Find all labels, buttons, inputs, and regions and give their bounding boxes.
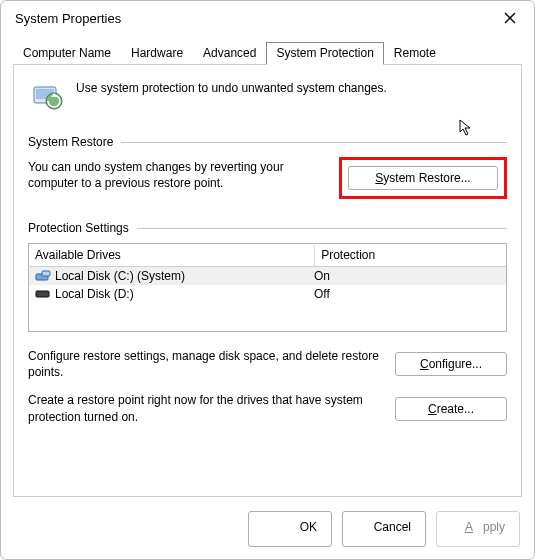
system-properties-window: System Properties Computer Name Hardware… <box>0 0 535 560</box>
drive-name: Local Disk (D:) <box>55 287 134 301</box>
drive-protection: On <box>314 269 500 283</box>
dialog-footer: OK Cancel Apply <box>1 503 534 559</box>
tab-computer-name[interactable]: Computer Name <box>13 42 121 65</box>
table-row[interactable]: Local Disk (D:) Off <box>29 285 506 303</box>
titlebar: System Properties <box>1 1 534 33</box>
cursor-icon <box>459 119 473 137</box>
system-restore-text: You can undo system changes by reverting… <box>28 157 329 191</box>
svg-rect-8 <box>36 291 49 297</box>
drives-header: Available Drives Protection <box>29 244 506 267</box>
system-restore-label: System Restore <box>28 135 113 149</box>
create-text: Create a restore point right now for the… <box>28 392 381 424</box>
close-button[interactable] <box>496 7 524 29</box>
system-protection-icon <box>30 79 64 113</box>
divider <box>121 142 507 143</box>
drive-system-icon <box>35 270 51 282</box>
table-row[interactable]: Local Disk (C:) (System) On <box>29 267 506 285</box>
tab-advanced[interactable]: Advanced <box>193 42 266 65</box>
configure-button[interactable]: Configure... <box>395 352 507 376</box>
cancel-button[interactable]: Cancel <box>342 511 426 547</box>
tab-system-protection[interactable]: System Protection <box>266 42 383 65</box>
apply-button[interactable]: Apply <box>436 511 520 547</box>
ok-button[interactable]: OK <box>248 511 332 547</box>
protection-settings-group-label: Protection Settings <box>28 221 507 235</box>
system-restore-highlight: System Restore... <box>339 157 507 199</box>
drive-name: Local Disk (C:) (System) <box>55 269 185 283</box>
tab-panel: Use system protection to undo unwanted s… <box>13 64 522 497</box>
close-icon <box>504 12 516 24</box>
column-available-drives[interactable]: Available Drives <box>29 244 315 266</box>
system-restore-button[interactable]: System Restore... <box>348 166 498 190</box>
tabs-bar: Computer Name Hardware Advanced System P… <box>1 33 534 64</box>
svg-rect-7 <box>42 271 50 276</box>
create-row: Create a restore point right now for the… <box>28 392 507 424</box>
drives-table: Available Drives Protection Local Disk (… <box>28 243 507 332</box>
create-button[interactable]: Create... <box>395 397 507 421</box>
system-restore-row: You can undo system changes by reverting… <box>28 157 507 199</box>
column-protection[interactable]: Protection <box>315 244 506 266</box>
configure-row: Configure restore settings, manage disk … <box>28 348 507 380</box>
configure-text: Configure restore settings, manage disk … <box>28 348 381 380</box>
tab-hardware[interactable]: Hardware <box>121 42 193 65</box>
drive-icon <box>35 288 51 300</box>
intro-row: Use system protection to undo unwanted s… <box>30 79 505 113</box>
protection-settings-label: Protection Settings <box>28 221 129 235</box>
system-restore-group-label: System Restore <box>28 135 507 149</box>
divider <box>137 228 507 229</box>
intro-text: Use system protection to undo unwanted s… <box>76 79 387 95</box>
drives-body: Local Disk (C:) (System) On Local Disk (… <box>29 267 506 331</box>
tab-remote[interactable]: Remote <box>384 42 446 65</box>
drive-protection: Off <box>314 287 500 301</box>
window-title: System Properties <box>15 11 121 26</box>
